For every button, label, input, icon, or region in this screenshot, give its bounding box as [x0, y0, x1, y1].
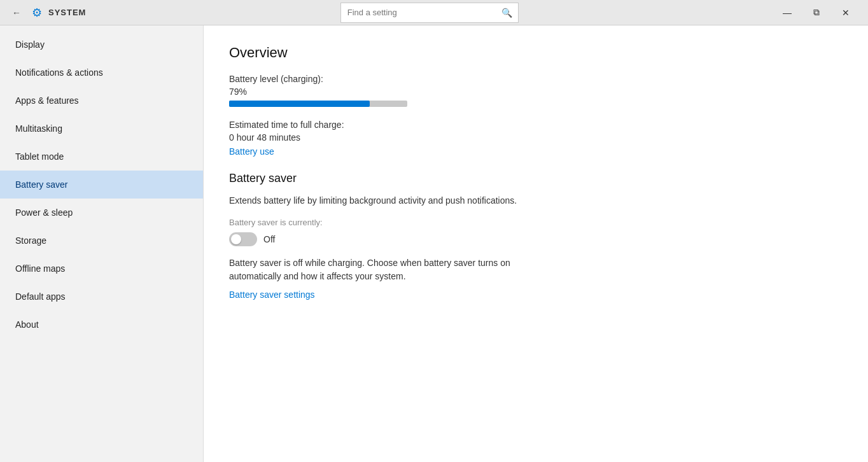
sidebar-item-label: Tablet mode — [15, 151, 64, 162]
battery-bar — [229, 101, 407, 107]
sidebar-item-default-apps[interactable]: Default apps — [0, 283, 203, 311]
sidebar-item-multitasking[interactable]: Multitasking — [0, 115, 203, 143]
battery-saver-desc: Extends battery life by limiting backgro… — [229, 194, 522, 207]
minimize-button[interactable]: — — [773, 0, 802, 25]
sidebar-item-label: Notifications & actions — [15, 67, 103, 78]
toggle-status-label: Battery saver is currently: — [229, 218, 843, 227]
sidebar-item-battery-saver[interactable]: Battery saver — [0, 171, 203, 199]
sidebar-item-label: Multitasking — [15, 123, 62, 134]
battery-saver-title: Battery saver — [229, 172, 843, 185]
sidebar-item-label: Display — [15, 39, 45, 50]
sidebar-item-display[interactable]: Display — [0, 31, 203, 59]
estimate-label: Estimated time to full charge: — [229, 120, 843, 130]
toggle-knob — [231, 234, 241, 244]
battery-saver-toggle[interactable] — [229, 232, 257, 246]
battery-saver-settings-link[interactable]: Battery saver settings — [229, 290, 315, 300]
overview-title: Overview — [229, 45, 843, 61]
back-button[interactable]: ← — [8, 4, 25, 22]
sidebar-item-apps-features[interactable]: Apps & features — [0, 87, 203, 115]
battery-use-link[interactable]: Battery use — [229, 146, 274, 157]
sidebar-item-label: Battery saver — [15, 179, 67, 190]
sidebar-item-label: Apps & features — [15, 95, 79, 106]
search-input[interactable] — [340, 3, 519, 23]
window-controls: — ⧉ ✕ — [773, 0, 860, 25]
battery-bar-fill — [229, 101, 370, 107]
sidebar-item-label: About — [15, 319, 39, 330]
sidebar-item-power-sleep[interactable]: Power & sleep — [0, 199, 203, 227]
sidebar-item-label: Power & sleep — [15, 207, 73, 218]
sidebar-item-storage[interactable]: Storage — [0, 227, 203, 255]
sidebar-item-about[interactable]: About — [0, 311, 203, 339]
main-content: Overview Battery level (charging): 79% E… — [204, 25, 868, 462]
close-button[interactable]: ✕ — [831, 0, 860, 25]
restore-button[interactable]: ⧉ — [802, 0, 831, 25]
sidebar-item-label: Default apps — [15, 291, 66, 302]
battery-percent: 79% — [229, 87, 843, 97]
app-layout: Display Notifications & actions Apps & f… — [0, 25, 868, 462]
system-icon: ⚙ — [32, 6, 42, 20]
toggle-off-label: Off — [263, 234, 275, 244]
off-desc: Battery saver is off while charging. Cho… — [229, 256, 522, 283]
sidebar-item-label: Offline maps — [15, 263, 65, 274]
sidebar-item-notifications[interactable]: Notifications & actions — [0, 59, 203, 87]
sidebar-item-tablet-mode[interactable]: Tablet mode — [0, 143, 203, 171]
sidebar-item-offline-maps[interactable]: Offline maps — [0, 255, 203, 283]
window-title: SYSTEM — [48, 8, 86, 17]
sidebar-item-label: Storage — [15, 235, 46, 246]
toggle-row: Off — [229, 232, 843, 246]
back-icon: ← — [12, 8, 21, 18]
title-bar: ← ⚙ SYSTEM 🔍 — ⧉ ✕ — [0, 0, 868, 25]
title-bar-left: ← ⚙ SYSTEM — [8, 4, 86, 22]
search-icon: 🔍 — [501, 8, 512, 18]
battery-level-label: Battery level (charging): — [229, 74, 843, 84]
estimate-value: 0 hour 48 minutes — [229, 132, 843, 143]
sidebar: Display Notifications & actions Apps & f… — [0, 25, 204, 462]
